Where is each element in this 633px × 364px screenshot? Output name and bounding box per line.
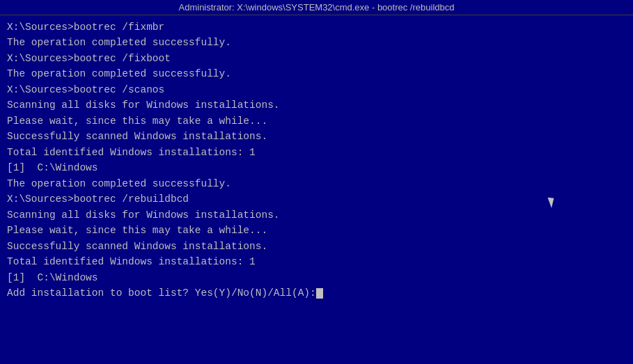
terminal-output: X:\Sources>bootrec /fixmbrThe operation … bbox=[7, 19, 626, 301]
terminal-line: Scanning all disks for Windows installat… bbox=[7, 207, 626, 223]
terminal-line: The operation completed successfully. bbox=[7, 66, 626, 81]
terminal-line: X:\Sources>bootrec /fixboot bbox=[7, 51, 626, 66]
terminal-line: Scanning all disks for Windows installat… bbox=[7, 97, 626, 113]
terminal-line: X:\Sources>bootrec /scanos bbox=[7, 82, 626, 97]
title-text: Administrator: X:\windows\SYSTEM32\cmd.e… bbox=[179, 2, 455, 13]
terminal-line: X:\Sources>bootrec /fixmbr bbox=[7, 19, 626, 35]
terminal-line: Total identified Windows installations: … bbox=[7, 254, 626, 269]
terminal-line: The operation completed successfully. bbox=[7, 176, 626, 191]
terminal-line: Please wait, since this may take a while… bbox=[7, 223, 626, 238]
terminal-line: The operation completed successfully. bbox=[7, 35, 626, 50]
title-bar: Administrator: X:\windows\SYSTEM32\cmd.e… bbox=[0, 0, 633, 15]
terminal-line: [1] C:\Windows bbox=[7, 270, 626, 285]
terminal-line: Successfully scanned Windows installatio… bbox=[7, 129, 626, 144]
terminal-line: [1] C:\Windows bbox=[7, 160, 626, 175]
terminal-window[interactable]: X:\Sources>bootrec /fixmbrThe operation … bbox=[0, 15, 633, 361]
terminal-line: Please wait, since this may take a while… bbox=[7, 113, 626, 129]
terminal-line: Successfully scanned Windows installatio… bbox=[7, 239, 626, 254]
terminal-line: Add installation to boot list? Yes(Y)/No… bbox=[7, 285, 626, 301]
terminal-line: Total identified Windows installations: … bbox=[7, 145, 626, 160]
terminal-line: X:\Sources>bootrec /rebuildbcd bbox=[7, 191, 626, 207]
terminal-cursor bbox=[316, 288, 323, 299]
